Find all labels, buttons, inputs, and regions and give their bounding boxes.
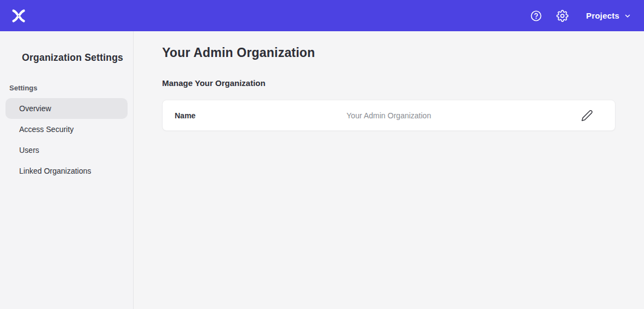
chevron-down-icon [624,13,631,19]
sidebar-nav: Overview Access Security Users Linked Or… [0,98,133,181]
sidebar-item-label: Overview [19,104,51,113]
name-label: Name [175,111,196,120]
brand-x-logo-icon[interactable] [11,8,27,24]
sidebar-item-label: Users [19,146,39,154]
sidebar: Organization Settings Settings Overview … [0,31,134,309]
sidebar-item-linked-organizations[interactable]: Linked Organizations [5,161,128,181]
sidebar-section-label: Settings [0,84,133,92]
help-icon[interactable] [530,10,542,22]
sidebar-title: Organization Settings [0,52,133,64]
projects-label: Projects [586,11,619,20]
sidebar-item-overview[interactable]: Overview [5,98,128,119]
organization-name-card: Name Your Admin Organization [162,100,616,131]
sidebar-item-label: Linked Organizations [19,167,91,175]
sidebar-item-users[interactable]: Users [5,140,128,161]
sidebar-item-label: Access Security [19,125,74,134]
page-title: Your Admin Organization [162,45,616,60]
topbar-actions: Projects [530,10,631,22]
section-title: Manage Your Organization [162,78,616,88]
name-value: Your Admin Organization [163,111,615,120]
page-layout: Organization Settings Settings Overview … [0,31,644,309]
gear-icon[interactable] [556,10,568,22]
projects-menu[interactable]: Projects [586,11,631,20]
edit-name-pencil-icon[interactable] [581,110,593,122]
topbar: Projects [0,0,644,31]
sidebar-item-access-security[interactable]: Access Security [5,119,128,140]
main-content: Your Admin Organization Manage Your Orga… [134,31,644,309]
